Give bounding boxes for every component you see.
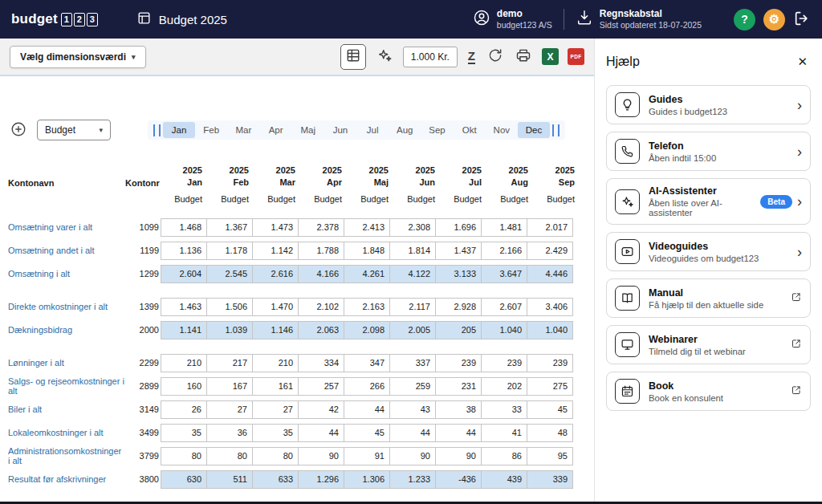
budget-value-cell[interactable]: 1.296 (298, 470, 344, 489)
budget-value-cell[interactable]: 90 (435, 447, 482, 465)
budget-value-cell[interactable]: 1.233 (389, 470, 436, 489)
budget-value-cell[interactable]: 1.146 (252, 321, 299, 339)
budget-value-cell[interactable]: 1.040 (527, 321, 573, 339)
budget-value-cell[interactable]: 217 (206, 354, 253, 372)
budget-value-cell[interactable]: 2.098 (344, 321, 390, 339)
ai-assistant-button[interactable] (375, 46, 394, 67)
budget-value-cell[interactable]: 1.506 (206, 298, 253, 316)
add-budget-button[interactable] (10, 120, 27, 140)
budget-value-cell[interactable]: 35 (161, 424, 207, 442)
budget-value-cell[interactable]: 45 (344, 424, 390, 442)
budget-value-cell[interactable]: 1.141 (161, 321, 207, 339)
budget-value-cell[interactable]: 4.446 (527, 265, 573, 283)
budget-value-cell[interactable]: 3.406 (527, 298, 573, 316)
budget-value-cell[interactable]: 3.133 (435, 265, 482, 283)
period-range-slider[interactable]: JanFebMarAprMajJunJulAugSepOktNovDec (148, 120, 565, 140)
budget-value-cell[interactable]: 2.604 (161, 265, 207, 283)
budget-value-cell[interactable]: 161 (252, 377, 299, 396)
slider-month-nov[interactable]: Nov (486, 122, 518, 138)
logout-button[interactable] (793, 10, 811, 30)
budget-value-cell[interactable]: 80 (252, 447, 299, 465)
slider-month-jul[interactable]: Jul (356, 122, 389, 138)
budget-value-cell[interactable]: 239 (527, 354, 573, 372)
select-dimension-button[interactable]: Vælg dimensionsværdi ▾ (10, 46, 146, 68)
budget-value-cell[interactable]: 205 (435, 321, 482, 339)
budget-value-cell[interactable]: 26 (161, 400, 207, 419)
slider-month-okt[interactable]: Okt (454, 122, 486, 138)
budget-value-cell[interactable]: 43 (389, 400, 436, 419)
account-link[interactable]: Lønninger i alt (8, 358, 64, 368)
budget-value-cell[interactable]: 1.470 (252, 298, 299, 316)
budget-value-cell[interactable]: 334 (298, 354, 344, 372)
budget-value-cell[interactable]: 2.308 (389, 218, 436, 237)
app-logo[interactable]: budget 123 (11, 11, 98, 27)
budget-value-cell[interactable]: 239 (435, 354, 482, 372)
help-item-telefon[interactable]: Telefon Åben indtil 15:00 › (606, 132, 811, 171)
slider-month-feb[interactable]: Feb (195, 122, 227, 138)
budget-value-cell[interactable]: 231 (435, 377, 482, 396)
help-item-ai-assistenter[interactable]: AI-Assistenter Åben liste over AI-assist… (606, 178, 811, 225)
print-button[interactable] (514, 46, 533, 67)
budget-value-cell[interactable]: 44 (344, 400, 390, 419)
close-help-button[interactable]: ✕ (794, 53, 811, 71)
help-item-guides[interactable]: Guides Guides i budget123 › (606, 85, 811, 124)
account-link[interactable]: Dækningsbidrag (8, 325, 72, 335)
budget-value-cell[interactable]: 80 (161, 447, 207, 465)
budget-value-cell[interactable]: 2.413 (344, 218, 390, 237)
budget-value-cell[interactable]: 90 (298, 447, 344, 465)
budget-value-cell[interactable]: 1.481 (481, 218, 527, 237)
refresh-button[interactable] (486, 46, 505, 67)
budget-value-cell[interactable]: -436 (435, 470, 482, 489)
budget-value-cell[interactable]: 1.463 (161, 298, 207, 316)
budget-value-cell[interactable]: 86 (481, 447, 527, 465)
budget-value-cell[interactable]: 1.142 (252, 242, 299, 260)
help-item-videoguides[interactable]: Videoguides Videoguides om budget123 › (606, 232, 811, 271)
budget-value-cell[interactable]: 1.696 (435, 218, 482, 237)
budget-value-cell[interactable]: 27 (206, 400, 253, 419)
budget-value-cell[interactable]: 27 (252, 400, 299, 419)
budget-value-cell[interactable]: 1.367 (206, 218, 253, 237)
slider-month-jun[interactable]: Jun (324, 122, 356, 138)
account-link[interactable]: Salgs- og rejseomkostninger i alt (8, 376, 124, 396)
slider-month-maj[interactable]: Maj (292, 122, 324, 138)
account-link[interactable]: Omsætning andet i alt (8, 246, 95, 255)
slider-month-mar[interactable]: Mar (227, 122, 259, 138)
budget-value-cell[interactable]: 439 (481, 470, 527, 489)
budget-value-cell[interactable]: 633 (252, 470, 299, 489)
slider-handle-right[interactable] (552, 124, 560, 136)
budget-value-cell[interactable]: 630 (161, 470, 207, 489)
budget-value-cell[interactable]: 36 (206, 424, 253, 442)
budget-value-cell[interactable]: 266 (344, 377, 390, 396)
budget-value-cell[interactable]: 42 (298, 400, 344, 419)
help-item-webinarer[interactable]: Webinarer Tilmeld dig til et webinar (606, 325, 811, 364)
budget-value-cell[interactable]: 45 (527, 400, 573, 419)
account-link[interactable]: Omsætning varer i alt (8, 222, 92, 232)
budget-value-cell[interactable]: 35 (252, 424, 299, 442)
budget-value-cell[interactable]: 337 (389, 354, 436, 372)
budget-value-cell[interactable]: 202 (481, 377, 527, 396)
slider-month-sep[interactable]: Sep (421, 122, 453, 138)
budget-value-cell[interactable]: 2.166 (481, 242, 527, 260)
zero-suppression-button[interactable]: Z (466, 48, 477, 66)
budget-value-cell[interactable]: 90 (389, 447, 436, 465)
pdf-export-button[interactable]: PDF (568, 48, 584, 65)
budget-value-cell[interactable]: 1.039 (206, 321, 253, 339)
account-link[interactable]: Biler i alt (8, 404, 42, 414)
budget-value-cell[interactable]: 2.017 (527, 218, 573, 237)
slider-month-aug[interactable]: Aug (389, 122, 421, 138)
budget-value-cell[interactable]: 44 (389, 424, 436, 442)
budget-value-cell[interactable]: 44 (298, 424, 344, 442)
unit-button[interactable]: 1.000 Kr. (403, 47, 458, 67)
user-menu[interactable]: demo budget123 A/S (473, 8, 552, 30)
account-link[interactable]: Omsætning i alt (8, 269, 70, 278)
settings-button[interactable]: ⚙ (763, 9, 785, 30)
slider-month-dec[interactable]: Dec (518, 122, 550, 138)
budget-value-cell[interactable]: 2.616 (252, 265, 299, 283)
budget-value-cell[interactable]: 1.814 (389, 242, 436, 260)
help-item-manual[interactable]: Manual Få hjælp til den aktuelle side (606, 278, 811, 318)
budget-value-cell[interactable]: 91 (344, 447, 390, 465)
account-link[interactable]: Administrationsomkostninger i alt (8, 446, 121, 465)
budget-value-cell[interactable]: 167 (206, 377, 253, 396)
budget-value-cell[interactable]: 2.429 (527, 242, 573, 260)
budget-value-cell[interactable]: 1.136 (161, 242, 207, 260)
